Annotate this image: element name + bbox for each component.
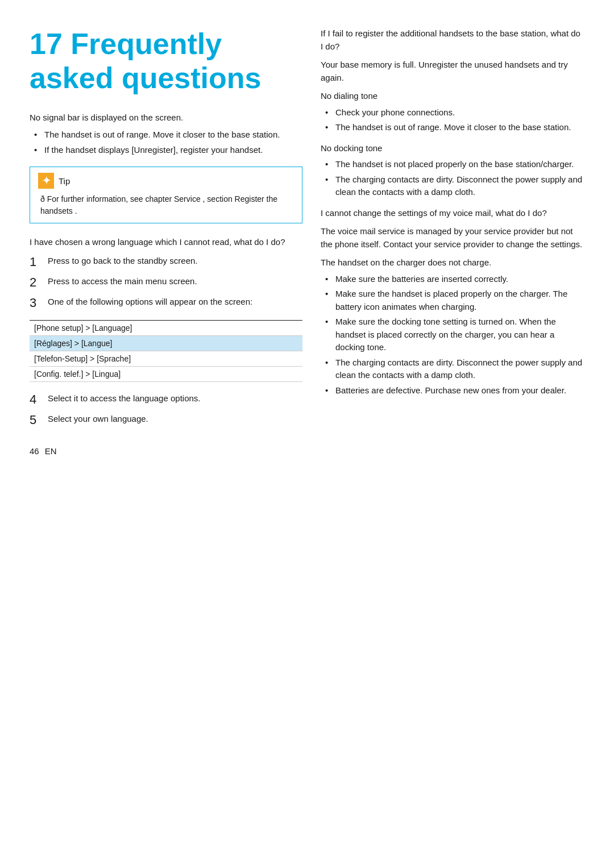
tip-star-icon: ✦ <box>38 173 54 189</box>
list-item: If the handset displays [Unregister], re… <box>34 144 302 157</box>
list-item: The handset is out of range. Move it clo… <box>325 121 584 134</box>
page-layout: 17 Frequently asked questions No signal … <box>30 27 584 456</box>
list-item: Make sure the handset is placed properly… <box>325 288 584 313</box>
page-wrapper: 17 Frequently asked questions No signal … <box>30 27 584 456</box>
step-number: 4 <box>30 392 42 407</box>
step-2: 2 Press to access the main menu screen. <box>30 275 302 290</box>
list-item: Batteries are defective. Purchase new on… <box>325 384 584 397</box>
list-item: The charging contacts are dirty. Disconn… <box>325 173 584 199</box>
right-column: If I fail to register the additional han… <box>321 27 584 405</box>
voice-mail-answer: The voice mail service is managed by you… <box>321 225 584 251</box>
steps-list: 1 Press to go back to the standby screen… <box>30 255 302 311</box>
step-1: 1 Press to go back to the standby screen… <box>30 255 302 269</box>
list-item: Make sure the batteries are inserted cor… <box>325 273 584 286</box>
page-language: EN <box>45 446 57 456</box>
tip-box: ✦ Tip ð For further information, see cha… <box>30 167 302 223</box>
page-number: 46 <box>30 446 39 456</box>
lang-option-4: [Config. telef.] > [Lingua] <box>30 367 302 382</box>
list-item: Check your phone connections. <box>325 106 584 119</box>
step-4: 4 Select it to access the language optio… <box>30 392 302 407</box>
no-signal-intro: No signal bar is displayed on the screen… <box>30 111 302 124</box>
wrong-language-intro: I have chosen a wrong language which I c… <box>30 236 302 249</box>
step-number: 3 <box>30 296 42 310</box>
step-5: 5 Select your own language. <box>30 413 302 427</box>
step-number: 5 <box>30 413 42 427</box>
no-docking-bullets: The handset is not placed properly on th… <box>321 158 584 199</box>
no-dialing-bullets: Check your phone connections. The handse… <box>321 106 584 134</box>
lang-options: [Phone setup] > [Language] [Réglages] > … <box>30 321 302 382</box>
lang-option-3: [Telefon-Setup] > [Sprache] <box>30 351 302 367</box>
charger-heading: The handset on the charger does not char… <box>321 256 584 269</box>
steps-continued-list: 4 Select it to access the language optio… <box>30 392 302 428</box>
chapter-title-text: Frequently asked questions <box>30 27 261 94</box>
voice-mail-intro: I cannot change the settings of my voice… <box>321 207 584 220</box>
step-text: One of the following options will appear… <box>48 296 302 309</box>
tip-label: Tip <box>59 176 70 186</box>
register-answer: Your base memory is full. Unregister the… <box>321 59 584 84</box>
step-text: Press to access the main menu screen. <box>48 275 302 288</box>
tip-content: ð For further information, see chapter S… <box>40 194 277 215</box>
no-dialing-heading: No dialing tone <box>321 90 584 103</box>
list-item: The charging contacts are dirty. Disconn… <box>325 356 584 382</box>
no-signal-bullets: The handset is out of range. Move it clo… <box>30 128 302 156</box>
no-docking-heading: No docking tone <box>321 142 584 155</box>
list-item: The handset is not placed properly on th… <box>325 158 584 171</box>
step-number: 2 <box>30 275 42 290</box>
step-3: 3 One of the following options will appe… <box>30 296 302 310</box>
step-text: Select your own language. <box>48 413 302 426</box>
charger-bullets: Make sure the batteries are inserted cor… <box>321 273 584 397</box>
tip-header: ✦ Tip <box>38 173 294 189</box>
register-intro: If I fail to register the additional han… <box>321 27 584 53</box>
step-number: 1 <box>30 255 42 269</box>
tip-body: ð For further information, see chapter S… <box>38 193 294 217</box>
lang-option-2: [Réglages] > [Langue] <box>30 336 302 351</box>
step-text: Press to go back to the standby screen. <box>48 255 302 268</box>
chapter-title: 17 Frequently asked questions <box>30 27 302 95</box>
list-item: Make sure the docking tone setting is tu… <box>325 315 584 354</box>
chapter-number: 17 <box>30 27 63 60</box>
list-item: The handset is out of range. Move it clo… <box>34 128 302 142</box>
lang-option-1: [Phone setup] > [Language] <box>30 321 302 336</box>
footer: 46 EN <box>30 446 302 456</box>
left-column: 17 Frequently asked questions No signal … <box>30 27 302 456</box>
step-text: Select it to access the language options… <box>48 392 302 405</box>
